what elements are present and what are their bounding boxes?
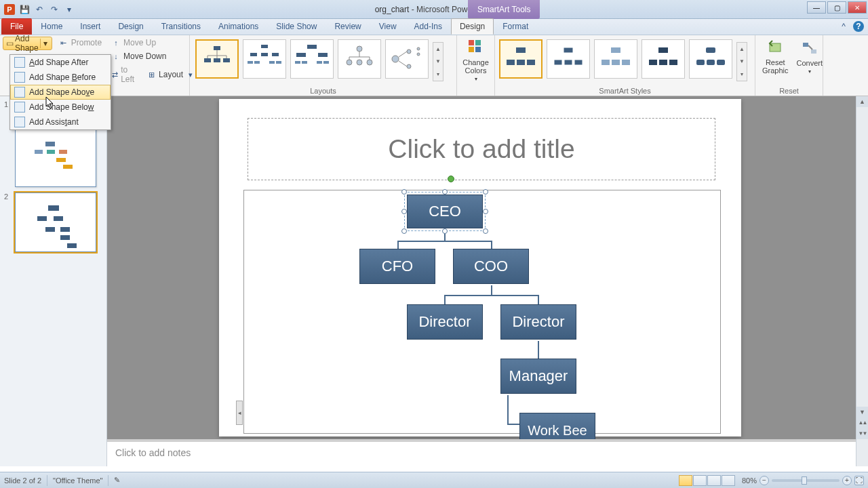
- vertical-scrollbar[interactable]: ▲ ▼ ▲▲ ▼▼: [856, 96, 868, 439]
- title-placeholder[interactable]: Click to add title: [248, 118, 715, 180]
- svg-rect-43: [516, 47, 526, 53]
- slide-canvas[interactable]: Click to add title CEO: [219, 99, 741, 436]
- tab-smartart-design[interactable]: Design: [451, 18, 494, 35]
- notes-pane[interactable]: Click to add notes: [107, 439, 856, 466]
- zoom-control: 80% − + ⛶: [742, 476, 864, 485]
- view-slideshow-button[interactable]: [722, 475, 735, 486]
- style-option-5[interactable]: [689, 39, 732, 79]
- menu-add-shape-above[interactable]: Add Shape Above: [10, 85, 111, 100]
- tab-review[interactable]: Review: [326, 18, 370, 35]
- svg-rect-19: [318, 53, 328, 57]
- style-option-4[interactable]: [642, 39, 685, 79]
- svg-rect-39: [469, 40, 474, 45]
- minimize-ribbon-icon[interactable]: ^: [838, 21, 849, 32]
- svg-rect-16: [276, 61, 281, 64]
- powerpoint-icon: P: [4, 4, 15, 15]
- add-shape-button[interactable]: ▭Add Shape▾: [3, 37, 52, 50]
- orgchart-box-manager[interactable]: Manager: [500, 359, 576, 394]
- zoom-slider[interactable]: [772, 479, 840, 482]
- tab-slideshow[interactable]: Slide Show: [267, 18, 326, 35]
- layout-option-1[interactable]: [195, 39, 239, 79]
- svg-rect-23: [323, 61, 329, 64]
- view-reading-button[interactable]: [707, 475, 721, 486]
- zoom-level[interactable]: 80%: [742, 476, 757, 485]
- prev-slide-icon[interactable]: ▲▲: [856, 418, 868, 428]
- tab-smartart-format[interactable]: Format: [494, 18, 537, 35]
- svg-point-36: [417, 53, 420, 56]
- gallery-scroll[interactable]: ▲▼▾: [433, 42, 443, 81]
- svg-rect-48: [554, 60, 562, 65]
- close-button[interactable]: ✕: [848, 1, 867, 14]
- tab-insert[interactable]: Insert: [71, 18, 109, 35]
- layout-option-4[interactable]: [338, 39, 381, 79]
- svg-rect-67: [35, 150, 43, 154]
- reset-graphic-button[interactable]: Reset Graphic: [758, 37, 793, 76]
- tab-animations[interactable]: Animations: [210, 18, 267, 35]
- view-buttons: [679, 475, 735, 486]
- zoom-in-button[interactable]: +: [842, 476, 852, 485]
- svg-rect-41: [469, 47, 474, 52]
- maximize-button[interactable]: ▢: [827, 1, 846, 14]
- move-down-button[interactable]: ↓Move Down: [108, 50, 198, 62]
- redo-icon[interactable]: ↷: [47, 3, 61, 16]
- style-option-3[interactable]: [594, 39, 637, 79]
- orgchart-box-director1[interactable]: Director: [407, 304, 483, 340]
- scroll-up-icon[interactable]: ▲: [856, 96, 868, 107]
- orgchart-box-ceo[interactable]: CEO: [407, 195, 483, 228]
- chevron-down-icon[interactable]: ▾: [40, 39, 50, 48]
- menu-add-shape-after[interactable]: Add Shape After: [10, 55, 111, 70]
- svg-rect-68: [47, 150, 55, 154]
- tab-addins[interactable]: Add-Ins: [406, 18, 451, 35]
- next-slide-icon[interactable]: ▼▼: [856, 428, 868, 439]
- qat-more-icon[interactable]: ▾: [62, 3, 76, 16]
- reset-icon: [766, 38, 785, 57]
- style-option-1[interactable]: [499, 39, 542, 79]
- svg-rect-40: [475, 40, 481, 45]
- svg-rect-78: [67, 243, 77, 248]
- rotate-handle[interactable]: [448, 176, 454, 182]
- layout-option-2[interactable]: [243, 39, 286, 79]
- svg-rect-64: [803, 43, 808, 47]
- undo-icon[interactable]: ↶: [33, 3, 46, 16]
- style-option-2[interactable]: [547, 39, 590, 79]
- styles-scroll[interactable]: ▲▼▾: [736, 42, 747, 81]
- text-pane-toggle[interactable]: ◂: [236, 401, 243, 425]
- orgchart-box-coo[interactable]: COO: [453, 249, 529, 284]
- svg-rect-52: [601, 60, 610, 65]
- tab-transitions[interactable]: Transitions: [153, 18, 210, 35]
- tab-design[interactable]: Design: [109, 18, 152, 35]
- spellcheck-icon[interactable]: ✎: [114, 476, 120, 485]
- menu-add-assistant[interactable]: Add Assistant: [10, 115, 111, 129]
- right-to-left-button[interactable]: ⇄to Left: [108, 64, 140, 85]
- layout-option-5[interactable]: [385, 39, 429, 79]
- svg-rect-65: [811, 49, 816, 54]
- smartart-container[interactable]: CEO CFO COO Director Director Manager Wo…: [243, 190, 721, 434]
- scroll-down-icon[interactable]: ▼: [856, 407, 868, 418]
- orgchart-box-director2[interactable]: Director: [500, 304, 576, 340]
- convert-button[interactable]: Convert ▾: [793, 37, 827, 76]
- notes-scrollbar[interactable]: [856, 439, 868, 466]
- svg-point-24: [357, 46, 362, 52]
- view-normal-button[interactable]: [679, 475, 692, 486]
- zoom-out-button[interactable]: −: [760, 476, 769, 485]
- help-icon[interactable]: ?: [853, 21, 864, 32]
- svg-rect-57: [659, 60, 667, 65]
- tab-view[interactable]: View: [370, 18, 406, 35]
- orgchart-box-cfo[interactable]: CFO: [359, 249, 435, 284]
- slide-thumb-2[interactable]: [15, 192, 96, 252]
- fit-to-window-button[interactable]: ⛶: [854, 476, 864, 485]
- save-icon[interactable]: 💾: [18, 3, 31, 16]
- minimize-button[interactable]: —: [807, 1, 826, 14]
- layout-option-3[interactable]: [290, 39, 334, 79]
- promote-button[interactable]: ⇤Promote: [56, 37, 104, 49]
- tab-home[interactable]: Home: [32, 18, 71, 35]
- svg-rect-74: [54, 216, 63, 221]
- change-colors-button[interactable]: Change Colors ▾: [460, 37, 492, 83]
- tab-file[interactable]: File: [1, 18, 32, 35]
- view-sorter-button[interactable]: [693, 475, 707, 486]
- menu-add-shape-below[interactable]: Add Shape Below: [10, 100, 111, 115]
- svg-rect-62: [717, 60, 725, 65]
- menu-add-shape-before[interactable]: Add Shape Before: [10, 70, 111, 85]
- move-up-button[interactable]: ↑Move Up: [108, 37, 198, 49]
- slide-thumb-1[interactable]: [15, 127, 96, 187]
